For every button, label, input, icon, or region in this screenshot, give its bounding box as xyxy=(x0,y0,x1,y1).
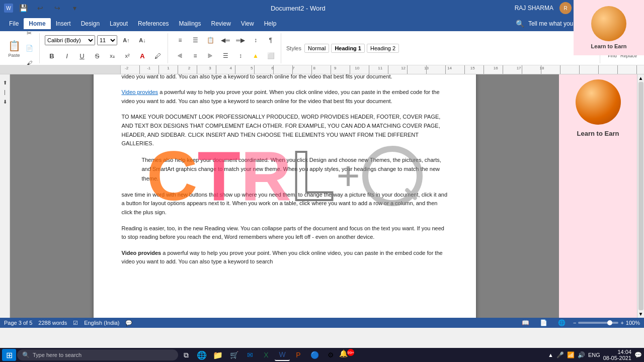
close-button[interactable]: ✕ xyxy=(630,3,640,13)
decrease-indent-button[interactable]: ◀═ xyxy=(218,33,232,47)
notification-center-button[interactable]: 💬 xyxy=(634,351,642,358)
increase-indent-button[interactable]: ═▶ xyxy=(233,33,248,47)
share-button[interactable]: Share xyxy=(615,19,640,29)
taskbar-settings[interactable]: ⚙ xyxy=(323,349,338,361)
font-color-button[interactable]: A xyxy=(135,49,149,63)
word-icon: W xyxy=(4,4,13,13)
paste-button[interactable]: 📋 xyxy=(7,39,21,53)
normal-style[interactable]: Normal xyxy=(304,44,329,53)
start-button[interactable]: ⊞ xyxy=(2,349,16,361)
zoom-control[interactable]: − + 100% xyxy=(573,320,640,326)
para7-bold: Video provides xyxy=(122,250,162,256)
underline-button[interactable]: U xyxy=(75,49,89,63)
zoom-slider[interactable] xyxy=(578,322,618,324)
undo-button[interactable]: ↩ xyxy=(33,1,47,15)
tab-insert[interactable]: Insert xyxy=(51,18,76,29)
web-layout-button[interactable]: 🌐 xyxy=(555,316,569,330)
print-layout-button[interactable]: 📄 xyxy=(537,316,551,330)
decrease-font-button[interactable]: A↓ xyxy=(135,33,149,47)
tab-design[interactable]: Design xyxy=(76,18,105,29)
font-size-select[interactable]: 11 xyxy=(97,35,117,45)
taskbar-powerpoint[interactable]: P xyxy=(291,349,306,361)
tray-icon-lang: ENG xyxy=(588,352,600,358)
styles-group: Styles Normal Heading 1 Heading 2 xyxy=(283,33,600,63)
clock: 14:04 08-05-2021 xyxy=(603,349,631,361)
tab-home[interactable]: Home xyxy=(24,18,50,29)
sidebar-btn-3[interactable]: ⬇ xyxy=(1,98,9,106)
taskbar-chrome[interactable]: 🔵 xyxy=(307,349,322,361)
taskbar-word[interactable]: W xyxy=(275,349,290,361)
taskbar-excel[interactable]: X xyxy=(259,349,274,361)
customize-qat-button[interactable]: ▾ xyxy=(67,1,82,15)
justify-button[interactable]: ☰ xyxy=(218,49,232,63)
multilevel-list-button[interactable]: 📋 xyxy=(203,33,217,47)
tab-mailings[interactable]: Mailings xyxy=(174,18,206,29)
align-center-button[interactable]: ≡ xyxy=(188,49,202,63)
minimize-button[interactable]: — xyxy=(598,3,608,13)
tell-me-text[interactable]: Tell me what you want to do xyxy=(528,20,603,27)
sidebar-btn-1[interactable]: ⬆ xyxy=(1,78,9,86)
numbering-button[interactable]: ☰ xyxy=(188,33,202,47)
document-area[interactable]: Video provides a powerful way to help yo… xyxy=(10,74,559,318)
find-button[interactable]: 🔍 xyxy=(605,38,619,52)
zoom-level: 100% xyxy=(626,320,640,326)
zoom-in-button[interactable]: + xyxy=(620,320,623,326)
paragraph-7: Video provides a powerful way to help yo… xyxy=(122,249,448,266)
redo-button[interactable]: ↪ xyxy=(50,1,64,15)
taskbar-edge[interactable]: 🌐 xyxy=(194,349,209,361)
taskbar-store[interactable]: 🛒 xyxy=(226,349,242,361)
cut-button[interactable]: ✂ xyxy=(22,31,36,40)
align-right-button[interactable]: ⫸ xyxy=(203,49,217,63)
taskbar-mail[interactable]: ✉ xyxy=(243,349,258,361)
scroll-up-button[interactable]: ▲ xyxy=(638,75,643,81)
spell-check-icon[interactable]: ☑ xyxy=(73,320,78,326)
copy-button[interactable]: 📄 xyxy=(22,41,36,55)
tray-icon-mic[interactable]: 🎤 xyxy=(556,351,564,358)
tab-references[interactable]: References xyxy=(133,18,174,29)
maximize-button[interactable]: ❐ xyxy=(614,3,624,13)
scroll-thumb[interactable] xyxy=(638,82,643,310)
tab-review[interactable]: Review xyxy=(206,18,235,29)
sidebar-btn-2[interactable]: | xyxy=(1,88,9,96)
vertical-scrollbar[interactable]: ▲ ▼ xyxy=(637,74,644,318)
tray-icon-volume[interactable]: 🔊 xyxy=(578,351,585,358)
ribbon-toggle[interactable]: ⬜ xyxy=(578,1,592,15)
comment-icon[interactable]: 💬 xyxy=(125,320,132,326)
tab-view[interactable]: View xyxy=(236,18,259,29)
notification-app[interactable]: 🔔 99+ xyxy=(339,349,354,361)
tab-layout[interactable]: Layout xyxy=(105,18,133,29)
increase-font-button[interactable]: A↑ xyxy=(119,33,133,47)
strikethrough-button[interactable]: S xyxy=(90,49,104,63)
bullets-button[interactable]: ≡ xyxy=(173,33,187,47)
tab-help[interactable]: Help xyxy=(259,18,282,29)
paragraph-5: save time in word with new buttons that … xyxy=(122,191,448,217)
zoom-out-button[interactable]: − xyxy=(573,320,576,326)
save-button[interactable]: 💾 xyxy=(16,1,30,15)
italic-button[interactable]: I xyxy=(60,49,74,63)
user-avatar[interactable]: R xyxy=(559,2,572,14)
task-view-button[interactable]: ⧉ xyxy=(179,349,193,361)
logo-circle-main xyxy=(576,79,621,125)
heading2-style[interactable]: Heading 2 xyxy=(367,44,399,53)
font-group: Calibri (Body) 11 A↑ A↓ B I U S x₂ x² A … xyxy=(42,33,168,63)
show-formatting-button[interactable]: ¶ xyxy=(264,33,278,47)
sort-button[interactable]: ↕ xyxy=(249,33,263,47)
font-name-select[interactable]: Calibri (Body) xyxy=(45,35,95,45)
shading-button[interactable]: ▲ xyxy=(249,49,263,63)
subscript-button[interactable]: x₂ xyxy=(105,49,119,63)
heading1-style[interactable]: Heading 1 xyxy=(331,44,365,53)
highlight-button[interactable]: 🖊 xyxy=(150,49,165,63)
borders-button[interactable]: ⬜ xyxy=(264,49,278,63)
format-painter-button[interactable]: 🖌 xyxy=(22,56,36,66)
align-left-button[interactable]: ⫷ xyxy=(173,49,187,63)
taskbar-explorer[interactable]: 📁 xyxy=(210,349,225,361)
replace-button[interactable]: ↔ xyxy=(621,38,635,52)
para2-link[interactable]: Video provides xyxy=(122,89,158,95)
taskbar-search[interactable]: 🔍 Type here to search xyxy=(17,349,178,360)
tab-file[interactable]: File xyxy=(4,18,24,29)
read-mode-button[interactable]: 📖 xyxy=(519,316,533,330)
bold-button[interactable]: B xyxy=(45,49,59,63)
superscript-button[interactable]: x² xyxy=(120,49,134,63)
line-spacing-button[interactable]: ↕ xyxy=(233,49,248,63)
tray-icon-network[interactable]: 📶 xyxy=(567,351,575,358)
